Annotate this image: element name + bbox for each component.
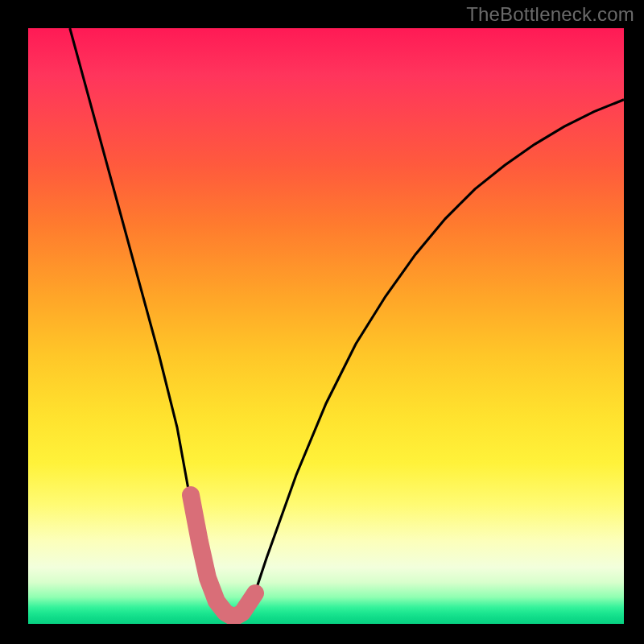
chart-frame: TheBottleneck.com (0, 0, 644, 644)
plot-area (28, 28, 624, 624)
watermark-text: TheBottleneck.com (466, 3, 634, 26)
valley-highlight (191, 495, 255, 616)
bottleneck-curve (70, 28, 624, 615)
curve-layer (28, 28, 624, 624)
